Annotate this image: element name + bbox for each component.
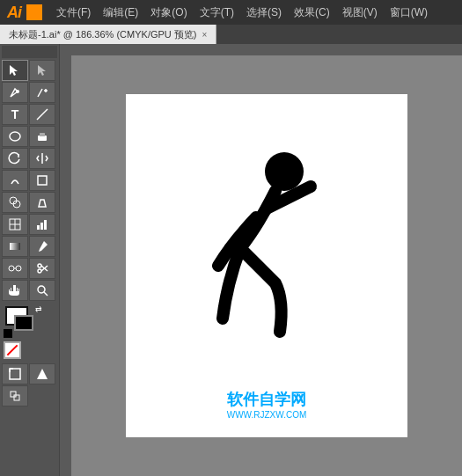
svg-rect-15 bbox=[37, 225, 40, 230]
gradient-tool[interactable] bbox=[2, 236, 28, 257]
svg-point-22 bbox=[38, 264, 41, 267]
hand-tool[interactable] bbox=[2, 280, 28, 301]
tool-row-6 bbox=[2, 170, 57, 191]
menu-bar: 文件(F) 编辑(E) 对象(O) 文字(T) 选择(S) 效果(C) 视图(V… bbox=[51, 4, 433, 22]
menu-file[interactable]: 文件(F) bbox=[51, 4, 96, 22]
tool-row-3: T bbox=[2, 104, 57, 125]
tool-row-2 bbox=[2, 82, 57, 103]
artwork-svg bbox=[179, 147, 355, 384]
mesh-tool[interactable] bbox=[2, 214, 28, 235]
svg-rect-16 bbox=[40, 223, 43, 230]
tool-row-bottom-2 bbox=[2, 385, 57, 406]
chart-tool[interactable] bbox=[29, 214, 55, 235]
svg-line-3 bbox=[37, 109, 48, 120]
canvas-area: 软件自学网 WWW.RJZXW.COM bbox=[60, 44, 462, 476]
watermark-sub-text: WWW.RJZXW.COM bbox=[227, 410, 307, 420]
svg-rect-28 bbox=[10, 369, 20, 379]
svg-point-20 bbox=[16, 266, 21, 271]
select-tool[interactable] bbox=[2, 60, 28, 81]
svg-rect-33 bbox=[14, 395, 19, 400]
menu-select[interactable]: 选择(S) bbox=[241, 4, 287, 22]
toolbar-ruler bbox=[2, 46, 57, 58]
svg-marker-31 bbox=[37, 369, 48, 379]
shape-builder-tool[interactable] bbox=[2, 192, 28, 213]
line-tool[interactable] bbox=[29, 104, 55, 125]
reflect-tool[interactable] bbox=[29, 148, 55, 169]
tool-row-5 bbox=[2, 148, 57, 169]
svg-point-23 bbox=[38, 269, 41, 273]
title-bar: Ai 文件(F) 编辑(E) 对象(O) 文字(T) 选择(S) 效果(C) 视… bbox=[0, 0, 462, 25]
svg-point-34 bbox=[265, 152, 304, 191]
svg-rect-8 bbox=[38, 176, 47, 185]
warp-tool[interactable] bbox=[2, 170, 28, 191]
free-transform-tool[interactable] bbox=[29, 170, 55, 191]
direct-select-tool[interactable] bbox=[29, 60, 55, 81]
tool-row-1 bbox=[2, 60, 57, 81]
rotate-tool[interactable] bbox=[2, 148, 28, 169]
svg-marker-11 bbox=[39, 200, 46, 207]
menu-view[interactable]: 视图(V) bbox=[337, 4, 383, 22]
tab-close-button[interactable]: × bbox=[202, 30, 208, 40]
stroke-swatch[interactable] bbox=[14, 315, 33, 331]
document-tab[interactable]: 未标题-1.ai* @ 186.36% (CMYK/GPU 预览) × bbox=[0, 25, 216, 44]
tab-bar: 未标题-1.ai* @ 186.36% (CMYK/GPU 预览) × bbox=[0, 25, 462, 44]
tool-row-11 bbox=[2, 280, 57, 301]
ruler-horizontal bbox=[60, 44, 462, 55]
default-colors-icon[interactable] bbox=[4, 329, 12, 338]
tab-label: 未标题-1.ai* @ 186.36% (CMYK/GPU 预览) bbox=[9, 28, 197, 41]
artboard-tool[interactable] bbox=[2, 363, 28, 384]
svg-rect-32 bbox=[11, 392, 16, 397]
eyedropper-tool[interactable] bbox=[29, 236, 55, 257]
menu-edit[interactable]: 编辑(E) bbox=[98, 4, 143, 22]
tool-row-bottom-1 bbox=[2, 363, 57, 384]
blend-tool[interactable] bbox=[2, 258, 28, 279]
type-icon: T bbox=[11, 107, 19, 121]
svg-point-4 bbox=[10, 132, 20, 141]
svg-point-19 bbox=[9, 266, 14, 271]
eraser-tool[interactable] bbox=[29, 126, 55, 147]
type-tool[interactable]: T bbox=[2, 104, 28, 125]
toolbar: T bbox=[0, 44, 60, 476]
menu-text[interactable]: 文字(T) bbox=[194, 4, 239, 22]
app-icon bbox=[26, 4, 42, 20]
tool-row-10 bbox=[2, 258, 57, 279]
svg-rect-17 bbox=[44, 220, 47, 230]
watermark-main-text: 软件自学网 bbox=[227, 389, 307, 410]
tool-row-4 bbox=[2, 126, 57, 147]
svg-point-0 bbox=[16, 90, 19, 93]
pen-tool[interactable] bbox=[2, 82, 28, 103]
menu-window[interactable]: 窗口(W) bbox=[385, 4, 433, 22]
menu-effect[interactable]: 效果(C) bbox=[289, 4, 335, 22]
scissors-tool[interactable] bbox=[29, 258, 55, 279]
tool-row-8 bbox=[2, 214, 57, 235]
svg-rect-18 bbox=[10, 243, 20, 250]
slice-tool[interactable] bbox=[29, 363, 55, 384]
svg-line-27 bbox=[44, 292, 48, 296]
tool-row-9 bbox=[2, 236, 57, 257]
app-logo: Ai bbox=[7, 4, 21, 22]
ellipse-tool[interactable] bbox=[2, 126, 28, 147]
print-tiling-tool[interactable] bbox=[2, 385, 28, 406]
zoom-tool[interactable] bbox=[29, 280, 55, 301]
color-area: ⇄ bbox=[2, 302, 57, 362]
perspective-tool[interactable] bbox=[29, 192, 55, 213]
artboard: 软件自学网 WWW.RJZXW.COM bbox=[126, 94, 407, 437]
watermark: 软件自学网 WWW.RJZXW.COM bbox=[227, 389, 307, 420]
none-swatch[interactable] bbox=[4, 341, 21, 359]
svg-point-26 bbox=[38, 286, 45, 293]
main-area: T bbox=[0, 44, 462, 476]
menu-object[interactable]: 对象(O) bbox=[145, 4, 192, 22]
add-anchor-tool[interactable] bbox=[29, 82, 55, 103]
svg-rect-6 bbox=[40, 133, 45, 136]
ruler-vertical bbox=[60, 44, 71, 476]
tool-row-7 bbox=[2, 192, 57, 213]
swap-colors-icon[interactable]: ⇄ bbox=[35, 304, 42, 313]
